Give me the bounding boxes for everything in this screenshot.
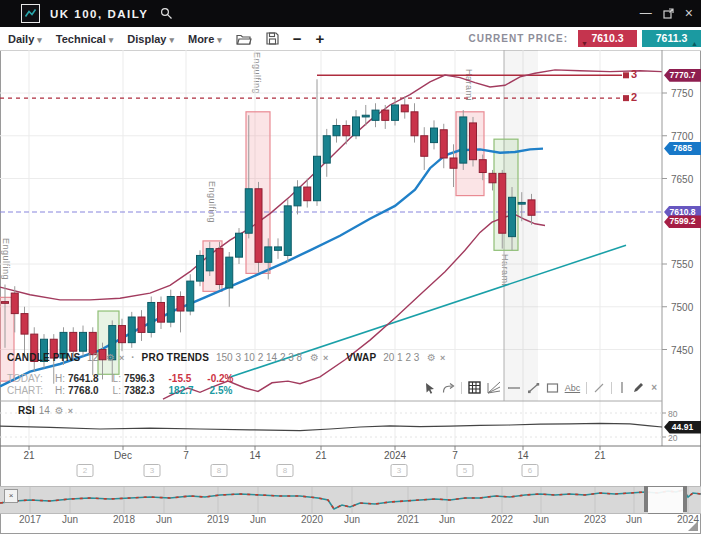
- rectangle-tool-icon[interactable]: [546, 382, 559, 394]
- buy-price-badge[interactable]: 7611.3▲: [642, 30, 701, 47]
- event-badge[interactable]: 3: [391, 464, 408, 477]
- slow-ma-line: [163, 214, 545, 399]
- horizontal-line-tool-icon[interactable]: [507, 382, 521, 394]
- timeline-navigator[interactable]: ×: [0, 486, 701, 514]
- timeline-handle-left[interactable]: [644, 486, 648, 512]
- candle: [245, 189, 252, 233]
- chevron-down-icon: [34, 33, 42, 45]
- low-label: L:: [113, 385, 121, 396]
- price-tag: 7770.7: [664, 69, 701, 82]
- candle: [236, 233, 243, 257]
- resize-handle-icon[interactable]: [688, 521, 698, 531]
- popout-button[interactable]: [662, 7, 675, 20]
- price-tick-label: 7500: [671, 302, 693, 313]
- gear-icon[interactable]: [427, 352, 436, 363]
- rsi-tick-label: 20: [668, 433, 677, 443]
- pattern-box: [494, 139, 518, 250]
- event-badge[interactable]: 6: [522, 464, 539, 477]
- candle: [177, 296, 184, 311]
- menu-technical[interactable]: Technical: [56, 33, 113, 45]
- instrument-title: UK 100, DAILY: [50, 8, 148, 20]
- search-icon[interactable]: [160, 7, 173, 20]
- event-badge[interactable]: 3: [144, 464, 161, 477]
- candle: [226, 257, 233, 288]
- candle: [421, 136, 428, 157]
- indicator-name: CANDLE PTNS: [7, 352, 80, 363]
- chart-window: UK 100, DAILY — × Daily Technical Displa…: [0, 0, 701, 534]
- rsi-legend: RSI 14: [18, 405, 73, 416]
- diagonal-line-tool-icon[interactable]: [593, 382, 605, 394]
- grid-tool-icon-active[interactable]: [468, 381, 481, 394]
- close-icon[interactable]: [323, 353, 328, 363]
- price-tick-label: 7750: [671, 88, 693, 99]
- timeline-close-icon[interactable]: ×: [4, 489, 18, 503]
- pencil-tool-icon[interactable]: [632, 381, 645, 394]
- vertical-line-tool-icon[interactable]: [618, 381, 626, 394]
- close-toolbar-icon[interactable]: ×: [651, 382, 657, 393]
- rsi-line: [0, 423, 662, 430]
- close-icon[interactable]: [119, 353, 124, 363]
- candle: [21, 314, 28, 335]
- elbow-arrow-tool-icon[interactable]: [442, 382, 455, 394]
- cursor-tool-icon[interactable]: [424, 382, 436, 394]
- x-tick-label: 7: [452, 450, 458, 461]
- close-icon[interactable]: [440, 353, 445, 363]
- candle: [167, 296, 174, 322]
- timeline-selection[interactable]: [648, 486, 683, 514]
- candle: [509, 197, 516, 236]
- x-tick-label: Dec: [114, 450, 132, 461]
- indicator-pro-trends: PRO TRENDS 150 3 10 2 14 2 3 8: [142, 352, 329, 363]
- menu-more[interactable]: More: [188, 33, 222, 45]
- gear-icon[interactable]: [55, 405, 64, 416]
- close-icon[interactable]: [68, 406, 73, 416]
- candle: [343, 125, 350, 135]
- close-button[interactable]: ×: [685, 0, 693, 27]
- menu-display[interactable]: Display: [127, 33, 174, 45]
- candle: [197, 255, 204, 281]
- candle: [138, 317, 145, 332]
- open-folder-icon[interactable]: [236, 33, 252, 45]
- low-value: 7596.3: [124, 373, 155, 384]
- candle: [362, 115, 369, 117]
- candle: [431, 128, 438, 143]
- zoom-out-button[interactable]: −: [293, 29, 302, 49]
- candle: [294, 187, 301, 206]
- row-label: CHART:: [7, 385, 55, 396]
- sell-price-badge[interactable]: ▼7610.3: [578, 30, 637, 47]
- trend-line-tool-icon[interactable]: [527, 382, 540, 394]
- gear-icon[interactable]: [106, 352, 115, 363]
- chevron-down-icon: [214, 33, 222, 45]
- minimize-button[interactable]: —: [640, 0, 652, 27]
- indicator-name: PRO TRENDS: [142, 352, 210, 363]
- indicator-legend: CANDLE PTNS 12 PRO TRENDS 150 3 10 2 14 …: [7, 352, 445, 363]
- candle: [372, 110, 379, 120]
- zoom-in-button[interactable]: +: [316, 29, 325, 49]
- event-badge[interactable]: 5: [457, 464, 474, 477]
- pattern-label: Engulfing: [1, 238, 11, 280]
- timeline-handle-right[interactable]: [683, 486, 687, 512]
- level-marker: [623, 95, 629, 101]
- price-tick-label: 7700: [671, 131, 693, 142]
- change-value: 182.7: [169, 385, 194, 396]
- candle: [187, 281, 194, 311]
- candle: [353, 117, 360, 136]
- candle: [158, 302, 165, 322]
- indicator-candle-patterns: CANDLE PTNS 12: [7, 352, 124, 363]
- event-badge[interactable]: 8: [211, 464, 228, 477]
- save-icon[interactable]: [266, 32, 279, 45]
- drawing-toolbar: Abc ×: [424, 379, 657, 396]
- event-badge[interactable]: 2: [77, 464, 94, 477]
- year-label: Jun: [250, 514, 266, 525]
- fan-lines-tool-icon[interactable]: [487, 381, 501, 394]
- gear-icon[interactable]: [310, 352, 319, 363]
- x-tick-label: 21: [315, 450, 326, 461]
- menu-timeframe[interactable]: Daily: [8, 33, 42, 45]
- price-tag: 7599.2: [664, 215, 701, 228]
- high-label: H:: [55, 385, 65, 396]
- text-tool-icon[interactable]: Abc: [565, 383, 581, 393]
- candle: [128, 317, 135, 343]
- candle: [275, 247, 282, 250]
- level-marker: [623, 72, 629, 78]
- event-badge[interactable]: 8: [277, 464, 294, 477]
- timeline-sparkline: [0, 487, 701, 513]
